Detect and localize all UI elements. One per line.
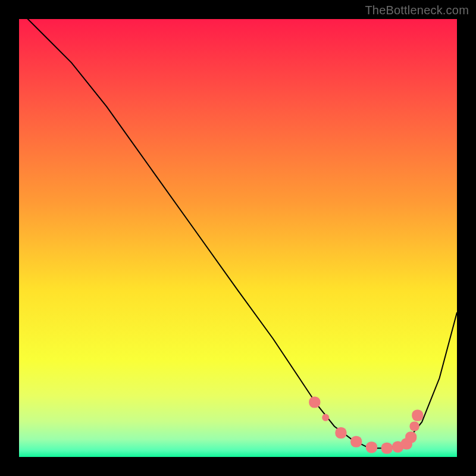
chart-svg	[19, 19, 457, 457]
marker-dot	[405, 431, 416, 443]
marker-dot	[381, 443, 393, 454]
marker-dot	[412, 410, 423, 421]
attribution-text: TheBottleneck.com	[365, 4, 469, 17]
marker-dot	[366, 441, 377, 453]
marker-dot	[309, 396, 320, 408]
chart-frame: TheBottleneck.com	[0, 0, 476, 476]
marker-dot	[322, 414, 329, 421]
gradient-background	[19, 19, 457, 457]
marker-dot	[410, 421, 419, 431]
marker-dot	[350, 436, 362, 447]
marker-dot	[335, 427, 346, 439]
